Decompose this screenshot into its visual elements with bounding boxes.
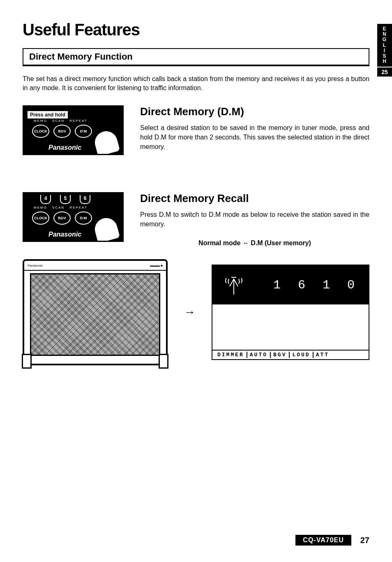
- num-4: 4: [40, 195, 51, 204]
- panel-brand-2: Panasonic: [48, 231, 81, 238]
- finger-icon: [91, 128, 121, 155]
- button-sublabels: MEMO SCAN REPEAT: [34, 119, 88, 123]
- section-heading: Direct Memory Function: [29, 51, 363, 62]
- monitor-screen-noise: [30, 273, 160, 356]
- num-6: 6: [80, 195, 90, 204]
- control-panel-illustration-2: 4 5 6 MEMO SCAN REPEAT CLOCK BGV D·M Pan…: [23, 192, 124, 242]
- monitor-stand-left: [22, 354, 32, 369]
- bgv-button-2: BGV: [53, 211, 71, 225]
- clock-button: CLOCK: [32, 125, 49, 138]
- recall-heading: Direct Memory Recall: [140, 192, 369, 205]
- arrow-icon: →: [184, 306, 196, 319]
- model-badge: CQ-VA70EU: [295, 535, 351, 546]
- lcd-bgv: BGV: [270, 352, 289, 358]
- sublabel-scan: SCAN: [52, 119, 65, 123]
- lcd-dimmer: DIMMER: [215, 352, 247, 358]
- section-number: 25: [377, 67, 392, 77]
- intro-paragraph: The set has a direct memory function whi…: [23, 74, 369, 93]
- page-title: Useful Features: [23, 21, 369, 39]
- button-sublabels-2: MEMO SCAN REPEAT: [34, 206, 88, 209]
- language-tab: ENGLISH 25: [377, 24, 392, 77]
- press-hold-label: Press and hold: [27, 111, 68, 119]
- num-5: 5: [60, 195, 71, 204]
- sublabel-memo: MEMO: [34, 119, 47, 123]
- dm-body: Select a desired station to be saved in …: [140, 123, 369, 152]
- mode-toggle-line: Normal mode ↔ D.M (User memory): [140, 239, 369, 247]
- num-buttons: 4 5 6: [40, 195, 90, 204]
- antenna-icon: [221, 275, 246, 295]
- display-example-row: Panasonic ▬▬▬ ■ →: [23, 259, 369, 365]
- recall-text: Direct Memory Recall Press D.M to switch…: [140, 192, 369, 247]
- lcd-att: ATT: [313, 352, 332, 358]
- bgv-button: BGV: [53, 125, 71, 138]
- monitor-illustration: Panasonic ▬▬▬ ■: [23, 259, 168, 365]
- dm-heading: Direct Memory (D.M): [140, 105, 369, 118]
- dm-text: Direct Memory (D.M) Select a desired sta…: [140, 105, 369, 152]
- clock-button-2: CLOCK: [32, 211, 49, 225]
- monitor-brand: Panasonic: [28, 264, 43, 267]
- sublabel-scan-2: SCAN: [52, 206, 65, 209]
- finger-icon-2: [91, 214, 121, 242]
- control-panel-illustration-1: Press and hold MEMO SCAN REPEAT CLOCK BG…: [23, 105, 124, 155]
- lcd-display: 1 6 1 0 DIMMER AUTO BGV LOUD ATT: [212, 265, 369, 360]
- lcd-loud: LOUD: [289, 352, 312, 358]
- round-buttons: CLOCK BGV D·M: [32, 125, 92, 138]
- dm-button: D·M: [75, 125, 92, 138]
- section-heading-box: Direct Memory Function: [23, 48, 369, 66]
- dm-recall-row: 4 5 6 MEMO SCAN REPEAT CLOCK BGV D·M Pan…: [23, 192, 369, 247]
- recall-body: Press D.M to switch to D.M mode as below…: [140, 210, 369, 229]
- page-number: 27: [360, 536, 369, 545]
- page-footer: CQ-VA70EU 27: [295, 535, 369, 546]
- sublabel-memo-2: MEMO: [34, 206, 47, 209]
- language-label: ENGLISH: [377, 24, 392, 67]
- lcd-bottom-labels: DIMMER AUTO BGV LOUD ATT: [212, 350, 369, 359]
- monitor-bar-right: ▬▬▬ ■: [150, 264, 163, 267]
- round-buttons-2: CLOCK BGV D·M: [32, 211, 92, 225]
- dm-save-row: Press and hold MEMO SCAN REPEAT CLOCK BG…: [23, 105, 369, 155]
- panel-brand: Panasonic: [48, 144, 81, 151]
- sublabel-repeat-2: REPEAT: [69, 206, 87, 209]
- sublabel-repeat: REPEAT: [69, 119, 87, 123]
- dm-button-2: D·M: [75, 211, 92, 225]
- lcd-middle-area: [212, 304, 369, 350]
- lcd-auto: AUTO: [247, 352, 270, 358]
- monitor-stand-right: [159, 354, 168, 369]
- frequency-readout: 1 6 1 0: [273, 278, 360, 292]
